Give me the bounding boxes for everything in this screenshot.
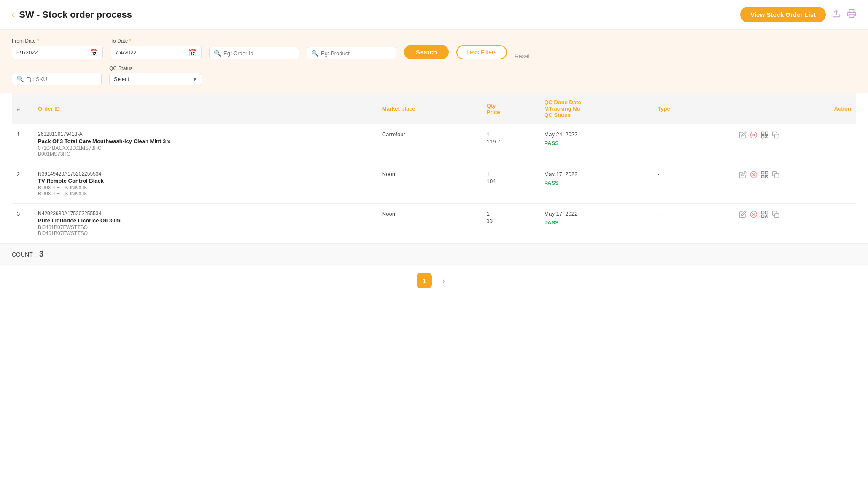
copy-icon-1[interactable] xyxy=(772,171,779,181)
qr-icon-2[interactable] xyxy=(761,211,768,220)
svg-rect-19 xyxy=(766,172,768,174)
col-action: Action xyxy=(734,93,856,124)
cell-num-2: 3 xyxy=(12,204,33,243)
cancel-icon-2[interactable] xyxy=(750,211,757,220)
filter-row-1: From Date * 📅 To Date * 📅 xyxy=(12,38,856,59)
table-row: 2 N39149420A175202255534 TV Remote Contr… xyxy=(12,164,856,204)
svg-rect-5 xyxy=(762,132,764,135)
cell-qty-price-0: 1 119.7 xyxy=(482,124,539,164)
cell-num-1: 2 xyxy=(12,164,33,204)
view-stock-order-list-button[interactable]: View Stock Order List xyxy=(740,7,826,22)
product-search-input[interactable] xyxy=(321,50,392,57)
upload-icon-button[interactable] xyxy=(832,9,841,20)
col-marketplace: Market place xyxy=(377,93,482,124)
header-right: View Stock Order List xyxy=(740,7,856,22)
table-row: 1 26328139179413-A Pack Of 3 Total Care … xyxy=(12,124,856,164)
qc-status-select[interactable]: Select PASS FAIL xyxy=(114,76,190,82)
qr-icon-1[interactable] xyxy=(761,171,768,181)
qc-status-select-wrap: Select PASS FAIL ▼ xyxy=(109,73,202,85)
reset-button[interactable]: Reset xyxy=(515,53,530,59)
sku-search-wrap: 🔍 xyxy=(12,73,102,85)
order-id-search-wrap: 🔍 xyxy=(209,47,299,59)
qc-status-dropdown-icon: ▼ xyxy=(192,76,197,82)
svg-rect-18 xyxy=(762,172,764,174)
product-search-icon: 🔍 xyxy=(311,50,318,57)
header-left: ‹ SW - Stock order process xyxy=(12,9,132,20)
svg-rect-40 xyxy=(775,214,779,218)
svg-rect-6 xyxy=(766,132,768,135)
order-id-search-group: 🔍 xyxy=(209,47,299,59)
header: ‹ SW - Stock order process View Stock Or… xyxy=(0,0,868,30)
edit-icon-1[interactable] xyxy=(739,171,747,181)
back-button[interactable]: ‹ xyxy=(12,9,15,20)
cell-qc-info-0: May 24, 2022 PASS xyxy=(539,124,652,164)
from-date-input[interactable] xyxy=(16,49,87,56)
order-id-search-icon: 🔍 xyxy=(214,50,221,57)
qr-icon-0[interactable] xyxy=(761,131,768,141)
search-button[interactable]: Search xyxy=(404,45,449,59)
orders-table: # Order ID Market place Qty Price QC Don… xyxy=(12,93,856,243)
cell-marketplace-0: Carrefour xyxy=(377,124,482,164)
cell-qc-info-2: May 17, 2022 PASS xyxy=(539,204,652,243)
col-qc-done-date-label: QC Done Date xyxy=(544,99,647,105)
svg-rect-14 xyxy=(775,134,779,138)
cell-qty-price-2: 1 33 xyxy=(482,204,539,243)
cell-action-0 xyxy=(734,124,856,164)
cell-type-2: - xyxy=(652,204,734,243)
cancel-icon-0[interactable] xyxy=(750,131,757,141)
from-date-group: From Date * 📅 xyxy=(12,38,103,59)
from-date-input-wrap: 📅 xyxy=(12,46,103,59)
to-date-calendar-icon[interactable]: 📅 xyxy=(189,49,197,57)
cancel-icon-1[interactable] xyxy=(750,171,757,181)
filter-row-2: 🔍 QC Status Select PASS FAIL ▼ xyxy=(12,65,856,85)
print-icon-button[interactable] xyxy=(847,9,856,20)
col-qty-label: Qty Price xyxy=(487,103,534,115)
cell-type-1: - xyxy=(652,164,734,204)
sku-search-input[interactable] xyxy=(26,76,97,82)
col-order-id: Order ID xyxy=(33,93,377,124)
edit-icon-0[interactable] xyxy=(739,131,747,141)
copy-icon-2[interactable] xyxy=(772,211,779,220)
svg-rect-1 xyxy=(849,14,854,17)
cell-order-id-0: 26328139179413-A Pack Of 3 Total Care Mo… xyxy=(33,124,377,164)
product-search-wrap: 🔍 xyxy=(307,47,396,59)
cell-action-2 xyxy=(734,204,856,243)
from-date-calendar-icon[interactable]: 📅 xyxy=(90,49,98,57)
product-search-group: 🔍 xyxy=(307,47,396,59)
to-date-group: To Date * 📅 xyxy=(111,38,202,59)
sku-search-icon: 🔍 xyxy=(16,76,24,82)
col-qty-price: Qty Price xyxy=(482,93,539,124)
cell-marketplace-2: Noon xyxy=(377,204,482,243)
svg-rect-7 xyxy=(762,136,764,138)
page-title: SW - Stock order process xyxy=(19,9,132,20)
cell-qty-price-1: 1 104 xyxy=(482,164,539,204)
count-label: COUNT : xyxy=(12,251,36,258)
cell-type-0: - xyxy=(652,124,734,164)
svg-rect-31 xyxy=(762,211,764,214)
page-next-button[interactable]: › xyxy=(436,273,451,288)
from-date-label: From Date * xyxy=(12,38,103,44)
to-date-input[interactable] xyxy=(115,49,186,56)
col-num: # xyxy=(12,93,33,124)
cell-marketplace-1: Noon xyxy=(377,164,482,204)
page-1-button[interactable]: 1 xyxy=(417,273,432,288)
order-id-search-input[interactable] xyxy=(224,50,294,57)
qc-status-label: QC Status xyxy=(109,65,202,71)
col-mtracking-label: MTracking No xyxy=(544,105,647,112)
count-row: COUNT : 3 xyxy=(0,243,868,265)
cell-num-0: 1 xyxy=(12,124,33,164)
svg-rect-33 xyxy=(762,215,764,218)
svg-rect-20 xyxy=(762,176,764,178)
table-header-row: # Order ID Market place Qty Price QC Don… xyxy=(12,93,856,124)
to-date-label: To Date * xyxy=(111,38,202,44)
sku-search-group: 🔍 xyxy=(12,73,102,85)
col-qc-status-label: QC Status xyxy=(544,112,647,118)
app-container: ‹ SW - Stock order process View Stock Or… xyxy=(0,0,868,500)
less-filters-button[interactable]: Less Filters xyxy=(456,45,507,59)
col-type: Type xyxy=(652,93,734,124)
filter-panel: From Date * 📅 To Date * 📅 xyxy=(0,30,868,93)
svg-rect-27 xyxy=(775,174,779,178)
copy-icon-0[interactable] xyxy=(772,131,779,141)
edit-icon-2[interactable] xyxy=(739,211,747,220)
count-value: 3 xyxy=(39,250,43,258)
